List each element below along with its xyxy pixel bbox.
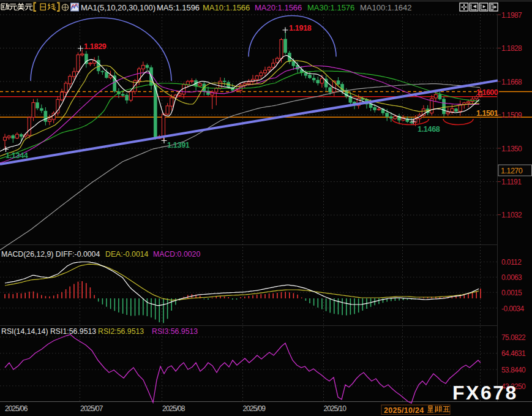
svg-text:1.1987: 1.1987 xyxy=(501,11,522,20)
svg-text:MA1(5,10,20,30,100): MA1(5,10,20,30,100) xyxy=(81,3,155,12)
svg-text:2025/07: 2025/07 xyxy=(80,404,103,413)
svg-text:1.1391: 1.1391 xyxy=(167,141,190,149)
svg-text:MACD(26,12,9) DIFF:-0.0004: MACD(26,12,9) DIFF:-0.0004 xyxy=(1,250,100,259)
svg-text:2025/10/24: 2025/10/24 xyxy=(384,406,424,415)
svg-text:1.1501: 1.1501 xyxy=(476,109,498,118)
svg-text:MA5:1.1596: MA5:1.1596 xyxy=(157,3,200,12)
svg-text:1.1829: 1.1829 xyxy=(84,42,107,51)
svg-text:MACD:0.0020: MACD:0.0020 xyxy=(153,250,200,259)
svg-text:2025/08: 2025/08 xyxy=(162,404,185,413)
svg-text:1.1668: 1.1668 xyxy=(501,78,522,86)
svg-text:MA30:1.1576: MA30:1.1576 xyxy=(307,3,354,12)
svg-text:0.0063: 0.0063 xyxy=(501,273,522,282)
svg-text:0.0015: 0.0015 xyxy=(501,289,522,297)
svg-text:1.1270: 1.1270 xyxy=(501,167,523,175)
svg-text:1.1600: 1.1600 xyxy=(476,88,498,97)
svg-text:FX678: FX678 xyxy=(452,382,518,404)
svg-text:2025/09: 2025/09 xyxy=(243,404,266,413)
svg-text:1.1191: 1.1191 xyxy=(501,178,522,186)
svg-text:MA20:1.1566: MA20:1.1566 xyxy=(255,3,302,12)
svg-text:MA100:1.1642: MA100:1.1642 xyxy=(360,3,412,12)
svg-text:1.1350: 1.1350 xyxy=(501,145,522,153)
svg-text:MA10:1.1566: MA10:1.1566 xyxy=(203,3,250,12)
svg-text:RSI2:56.9513: RSI2:56.9513 xyxy=(98,327,144,336)
svg-text:1.1828: 1.1828 xyxy=(501,44,522,53)
svg-text:1.1509: 1.1509 xyxy=(501,111,522,119)
svg-text:53.8440: 53.8440 xyxy=(501,366,526,374)
svg-text:RSI3:56.9513: RSI3:56.9513 xyxy=(152,327,198,336)
svg-text:2025/06: 2025/06 xyxy=(5,404,28,413)
svg-text:1.1032: 1.1032 xyxy=(501,211,522,219)
svg-text:64.4631: 64.4631 xyxy=(501,349,526,358)
svg-text:1.1344: 1.1344 xyxy=(6,151,28,160)
svg-text:RSI(14,14,14) RSI1:56.9513: RSI(14,14,14) RSI1:56.9513 xyxy=(1,327,96,336)
svg-text:DEA:-0.0014: DEA:-0.0014 xyxy=(105,250,149,259)
svg-text:1.1468: 1.1468 xyxy=(418,125,440,134)
svg-text:-0.0034: -0.0034 xyxy=(501,304,524,313)
svg-text:2025/10: 2025/10 xyxy=(324,404,347,413)
svg-text:0.0112: 0.0112 xyxy=(501,258,522,267)
svg-text:1.1918: 1.1918 xyxy=(289,24,312,32)
svg-text:75.0822: 75.0822 xyxy=(501,333,526,342)
